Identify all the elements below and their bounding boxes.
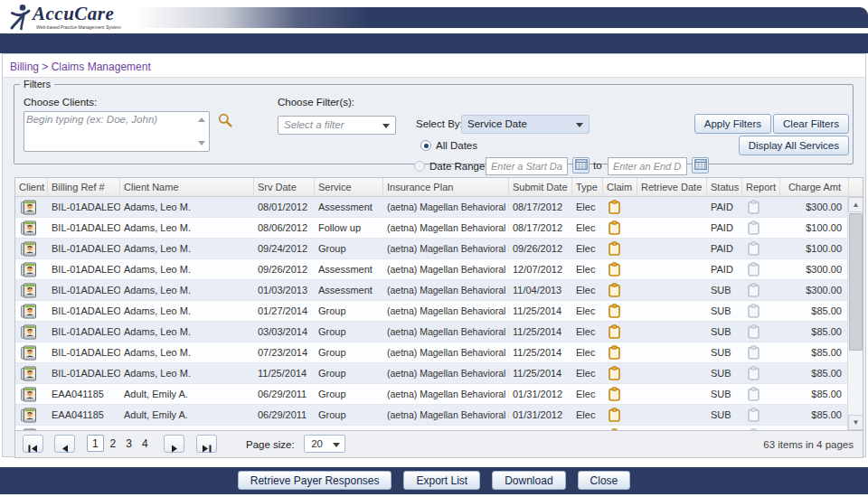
claim-icon-cell[interactable]	[603, 384, 637, 404]
claim-icon[interactable]	[609, 408, 620, 422]
scrollbar-up-button[interactable]: ▲	[848, 197, 863, 212]
pager-page-1[interactable]: 1	[87, 435, 104, 452]
claim-icon-cell[interactable]	[603, 259, 637, 279]
column-header-srv-date[interactable]: Srv Date	[254, 178, 315, 196]
claim-icon-cell[interactable]	[603, 405, 637, 425]
scroll-down-icon[interactable]	[198, 141, 205, 145]
report-icon[interactable]	[748, 262, 760, 277]
client-icon-cell[interactable]	[15, 259, 48, 279]
report-icon-cell[interactable]	[742, 239, 780, 258]
pager-first-button[interactable]	[23, 435, 43, 453]
vertical-scrollbar[interactable]: ▲ ▼	[847, 197, 863, 430]
report-icon[interactable]	[748, 241, 760, 256]
report-icon-cell[interactable]	[742, 259, 780, 279]
report-icon[interactable]	[748, 408, 760, 422]
report-icon[interactable]	[748, 200, 760, 214]
report-icon[interactable]	[748, 387, 760, 401]
client-icon-cell[interactable]	[15, 239, 48, 258]
table-row[interactable]: BIL-01ADALEOMAdams, Leo M.08/01/2012Asse…	[15, 197, 849, 218]
table-row[interactable]: BIL-01ADALEOMAdams, Leo M.09/24/2012Grou…	[15, 239, 849, 259]
apply-filters-button[interactable]: Apply Filters	[694, 114, 771, 134]
column-header-submit-date[interactable]: Submit Date	[509, 178, 572, 196]
export-list-button[interactable]: Export List	[403, 471, 480, 490]
client-search-button[interactable]	[216, 112, 233, 129]
scrollbar-down-button[interactable]: ▼	[848, 415, 863, 430]
claim-icon-cell[interactable]	[603, 301, 637, 321]
claim-icon[interactable]	[609, 220, 620, 235]
report-icon[interactable]	[748, 283, 760, 297]
client-icon-cell[interactable]	[15, 342, 48, 362]
report-icon-cell[interactable]	[742, 218, 780, 238]
download-button[interactable]: Download	[492, 471, 565, 490]
all-dates-radio[interactable]	[420, 140, 431, 151]
pager-page-4[interactable]: 4	[138, 435, 152, 450]
start-date-calendar-button[interactable]	[572, 157, 590, 173]
column-header-report[interactable]: Report	[742, 178, 780, 196]
pager-page-2[interactable]: 2	[107, 435, 120, 450]
select-by-dropdown[interactable]: Service Date	[461, 115, 590, 134]
claim-icon[interactable]	[609, 345, 620, 360]
claim-icon-cell[interactable]	[603, 239, 637, 258]
clear-filters-button[interactable]: Clear Filters	[773, 114, 849, 134]
end-date-input[interactable]	[608, 157, 687, 175]
breadcrumb[interactable]: Billing > Claims Management	[10, 61, 151, 73]
pager-previous-button[interactable]	[54, 435, 75, 453]
claim-icon[interactable]	[609, 283, 620, 297]
claim-icon[interactable]	[609, 304, 620, 318]
column-header-claim[interactable]: Claim	[603, 178, 637, 196]
client-icon-cell[interactable]	[15, 363, 48, 383]
report-icon-cell[interactable]	[742, 301, 780, 321]
claim-icon[interactable]	[609, 324, 620, 339]
claim-icon-cell[interactable]	[603, 280, 637, 300]
start-date-input[interactable]	[486, 157, 568, 175]
column-header-client[interactable]: Client	[15, 178, 48, 196]
pager-next-button[interactable]	[164, 435, 184, 453]
claim-icon[interactable]	[609, 262, 620, 277]
report-icon-cell[interactable]	[742, 363, 780, 383]
display-all-services-button[interactable]: Display All Services	[739, 136, 849, 155]
report-icon[interactable]	[748, 345, 760, 360]
column-header-status[interactable]: Status	[707, 178, 742, 196]
table-row[interactable]: BIL-01ADALEOMAdams, Leo M.03/03/2014Grou…	[15, 322, 849, 342]
column-header-type[interactable]: Type	[572, 178, 603, 196]
pager-page-3[interactable]: 3	[122, 435, 136, 450]
client-icon-cell[interactable]	[15, 384, 48, 404]
client-icon-cell[interactable]	[15, 405, 48, 425]
report-icon[interactable]	[748, 324, 760, 339]
date-range-radio[interactable]	[414, 161, 425, 172]
claim-icon[interactable]	[609, 241, 620, 256]
column-header-insurance-plan[interactable]: Insurance Plan	[383, 178, 509, 196]
report-icon-cell[interactable]	[742, 197, 780, 217]
table-row[interactable]: BIL-01ADALEOMAdams, Leo M.09/26/2012Asse…	[15, 259, 849, 280]
claim-icon[interactable]	[609, 200, 620, 214]
column-header-retrieve-date[interactable]: Retrieve Date	[637, 178, 707, 196]
table-row[interactable]: BIL-01ADALEOMAdams, Leo M.07/23/2014Grou…	[15, 342, 849, 363]
claim-icon-cell[interactable]	[603, 342, 637, 362]
claim-icon-cell[interactable]	[603, 322, 637, 342]
end-date-calendar-button[interactable]	[692, 157, 709, 173]
report-icon-cell[interactable]	[742, 322, 780, 342]
claim-icon-cell[interactable]	[603, 197, 637, 217]
table-row[interactable]: BIL-01ADALEOMAdams, Leo M.11/25/2014Grou…	[15, 363, 849, 384]
table-row[interactable]: BIL-01ADALEOMAdams, Leo M.08/06/2012Foll…	[15, 218, 849, 239]
claim-icon[interactable]	[609, 387, 620, 401]
client-icon-cell[interactable]	[15, 280, 48, 300]
claim-icon-cell[interactable]	[603, 218, 637, 238]
report-icon[interactable]	[748, 304, 760, 318]
pager-last-button[interactable]	[196, 435, 217, 453]
claim-icon-cell[interactable]	[603, 363, 637, 383]
report-icon-cell[interactable]	[742, 280, 780, 300]
report-icon[interactable]	[748, 366, 760, 380]
report-icon[interactable]	[748, 220, 760, 235]
client-icon-cell[interactable]	[15, 322, 48, 342]
column-header-client-name[interactable]: Client Name	[120, 178, 254, 196]
filter-select[interactable]: Select a filter	[278, 116, 396, 135]
client-icon-cell[interactable]	[15, 197, 48, 217]
table-row[interactable]: BIL-01ADALEOMAdams, Leo M.01/27/2014Grou…	[15, 301, 849, 322]
client-icon-cell[interactable]	[15, 301, 48, 321]
page-size-dropdown[interactable]: 20	[304, 435, 345, 453]
table-row[interactable]: EAA041185Adult, Emily A.06/29/2011Group(…	[15, 405, 849, 426]
claim-icon[interactable]	[609, 366, 620, 380]
report-icon-cell[interactable]	[742, 384, 780, 404]
scrollbar-thumb[interactable]	[849, 213, 863, 351]
